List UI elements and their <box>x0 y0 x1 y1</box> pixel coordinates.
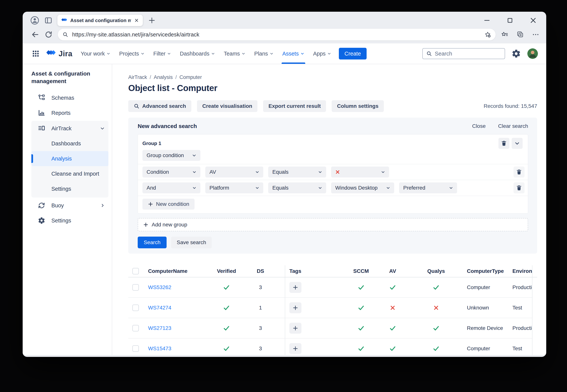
browser-menu-icon[interactable] <box>532 31 539 38</box>
column-header-qualys: Qualys <box>409 265 464 277</box>
app-switcher-icon[interactable] <box>32 50 40 57</box>
sidebar-subitem-dashboards[interactable]: Dashboards <box>31 136 108 151</box>
condition-dropdown[interactable]: Preferred <box>399 182 457 193</box>
url-bar[interactable]: https://my-site.atlassian.net/jira/servi… <box>58 29 496 41</box>
sidebar-item-buoy[interactable]: Buoy <box>31 198 108 213</box>
new-tab-icon[interactable] <box>148 17 156 24</box>
settings-gear-icon[interactable] <box>511 49 521 58</box>
condition-dropdown[interactable]: Condition <box>142 167 200 178</box>
condition-dropdown[interactable]: AV <box>205 167 263 178</box>
sidebar-group-airtrack: AirTrack DashboardsAnalysisCleanse and I… <box>31 121 108 197</box>
computer-name-link[interactable]: WS15473 <box>148 346 171 351</box>
add-tag-button[interactable] <box>289 323 301 334</box>
browser-profile-icon[interactable] <box>30 16 39 25</box>
schema-icon <box>38 94 45 102</box>
app-body: Asset & configuration management Schemas… <box>23 64 546 355</box>
sidebar-subitem-analysis[interactable]: Analysis <box>31 151 108 166</box>
add-tag-button[interactable] <box>289 282 301 293</box>
jira-logo[interactable]: Jira <box>46 49 72 58</box>
chevron-down-icon <box>100 126 105 131</box>
close-search-link[interactable]: Close <box>472 123 486 129</box>
nav-item-apps[interactable]: Apps <box>313 43 331 64</box>
browser-tab[interactable]: Asset and configuration man... <box>57 15 143 26</box>
nav-item-your-work[interactable]: Your work <box>81 43 111 64</box>
tab-layout-icon[interactable] <box>44 16 53 25</box>
breadcrumb-item-airtrack[interactable]: AirTrack <box>128 74 147 80</box>
sidebar-item-airtrack[interactable]: AirTrack <box>31 121 108 136</box>
nav-right <box>422 48 538 59</box>
row-checkbox[interactable] <box>132 325 139 331</box>
clear-search-link[interactable]: Clear search <box>498 123 528 129</box>
advanced-search-title: New advanced search <box>138 123 197 129</box>
tab-close-icon[interactable] <box>134 18 139 23</box>
add-tag-button[interactable] <box>289 343 301 354</box>
condition-dropdown[interactable]: Platform <box>205 182 263 193</box>
search-button[interactable]: Search <box>138 237 167 248</box>
sidebar-subitem-settings[interactable]: Settings <box>31 181 108 196</box>
favorites-icon[interactable] <box>501 31 509 38</box>
window-close-icon[interactable] <box>530 17 537 24</box>
chevron-down-icon <box>255 186 259 190</box>
nav-item-teams[interactable]: Teams <box>224 43 245 64</box>
row-checkbox[interactable] <box>132 345 139 352</box>
main-content: AirTrack/Analysis/Computer Object list -… <box>112 64 546 355</box>
delete-condition-button[interactable] <box>513 182 524 193</box>
tab-favicon-jira-icon <box>61 17 67 23</box>
sidebar-subitem-cleanse-and-import[interactable]: Cleanse and Import <box>31 166 108 181</box>
column-settings-button[interactable]: Column settings <box>332 100 383 112</box>
chevron-down-icon <box>327 52 331 56</box>
nav-item-projects[interactable]: Projects <box>119 43 145 64</box>
buoy-icon <box>38 202 45 209</box>
condition-dropdown[interactable]: Windows Desktop <box>331 182 394 193</box>
export-current-result-button[interactable]: Export current result <box>263 100 326 112</box>
nav-item-assets[interactable]: Assets <box>282 43 304 64</box>
sidebar-item-settings[interactable]: Settings <box>31 213 108 228</box>
group-label: Group 1 <box>142 138 161 146</box>
nav-item-dashboards[interactable]: Dashboards <box>180 43 215 64</box>
back-icon[interactable] <box>31 30 39 39</box>
add-new-group-button[interactable]: Add new group <box>138 218 528 231</box>
condition-dropdown[interactable]: ✕ <box>331 167 389 178</box>
condition-dropdown[interactable]: Equals <box>268 182 326 193</box>
computer-name-link[interactable]: WS74274 <box>148 305 171 311</box>
browser-toolbar: https://my-site.atlassian.net/jira/servi… <box>23 27 546 43</box>
row-checkbox[interactable] <box>132 284 139 291</box>
collapse-group-button[interactable] <box>512 138 523 149</box>
group-condition-dropdown[interactable]: Group condition <box>142 150 200 161</box>
window-maximize-icon[interactable] <box>507 17 513 24</box>
nav-search[interactable] <box>422 48 505 59</box>
select-all-checkbox[interactable] <box>132 268 139 274</box>
create-button[interactable]: Create <box>339 48 367 59</box>
delete-condition-button[interactable] <box>513 167 524 178</box>
collections-icon[interactable] <box>516 31 524 38</box>
condition-row: AndPlatformEqualsWindows DesktopPreferre… <box>138 180 528 196</box>
condition-dropdown[interactable]: And <box>142 182 200 193</box>
create-visualisation-button[interactable]: Create visualisation <box>197 100 258 112</box>
check-icon <box>223 304 230 311</box>
user-avatar[interactable] <box>527 48 538 59</box>
save-search-button[interactable]: Save search <box>171 237 212 248</box>
row-checkbox[interactable] <box>132 305 139 311</box>
computer-name-link[interactable]: WS53262 <box>148 284 171 290</box>
window-minimize-icon[interactable] <box>483 17 490 24</box>
breadcrumb-item-analysis[interactable]: Analysis <box>154 74 173 80</box>
sidebar-item-schemas[interactable]: Schemas <box>31 90 108 105</box>
reload-icon[interactable] <box>44 31 53 39</box>
sidebar-item-label: AirTrack <box>51 125 71 132</box>
check-icon <box>223 345 230 352</box>
bookmark-add-icon[interactable] <box>484 31 491 38</box>
search-input[interactable] <box>435 51 501 57</box>
condition-dropdown[interactable]: Equals <box>268 167 326 178</box>
breadcrumb-item-computer[interactable]: Computer <box>179 74 202 80</box>
add-tag-button[interactable] <box>289 302 301 313</box>
nav-item-filter[interactable]: Filter <box>153 43 171 64</box>
chevron-down-icon <box>192 170 197 174</box>
chevron-down-icon <box>167 52 171 56</box>
advanced-search-button[interactable]: Advanced search <box>128 100 191 112</box>
new-condition-button[interactable]: New condition <box>142 199 195 210</box>
nav-item-plans[interactable]: Plans <box>254 43 274 64</box>
sidebar-item-reports[interactable]: Reports <box>31 105 108 120</box>
delete-group-button[interactable] <box>498 138 510 149</box>
check-icon <box>433 325 440 332</box>
computer-name-link[interactable]: WS27123 <box>148 325 171 331</box>
